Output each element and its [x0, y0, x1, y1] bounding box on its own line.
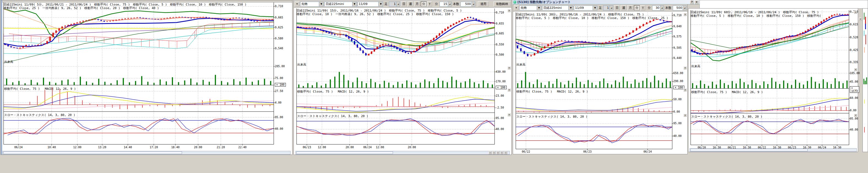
time-axis-label: 12:00: [376, 146, 384, 149]
axis-tick-label: 40.00: [275, 127, 283, 130]
weekly-button[interactable]: 週: [621, 5, 626, 10]
time-axis-label: 16:30: [833, 146, 841, 149]
time-axis-label: 13:20: [98, 146, 106, 149]
axis-tick-label: 27.50: [275, 89, 283, 92]
stoch-section-label: スロー・ストキャスティクス( 14, 3, 80, 20 ): [297, 114, 368, 118]
axis-tick-label: 9,520: [850, 36, 858, 39]
window-mini-button[interactable]: ▫: [500, 151, 503, 154]
chevron-down-icon[interactable]: ▼: [568, 6, 573, 10]
window-mini-button[interactable]: ▫: [492, 151, 496, 154]
weekly-button[interactable]: 週: [408, 1, 413, 7]
time-axis-label: 06/23: [788, 146, 796, 149]
tick-button[interactable]: T: [427, 1, 432, 7]
minute-button[interactable]: 分: [634, 5, 640, 10]
scroll-left-icon[interactable]: ◂: [683, 13, 686, 16]
monthly-button[interactable]: 月: [414, 1, 420, 7]
scroll-left-icon[interactable]: ◂: [507, 66, 510, 69]
window-mini-button[interactable]: ▫: [489, 151, 492, 154]
ashi-count-value: 1: [389, 2, 396, 6]
scroll-left-icon[interactable]: ◂: [507, 113, 510, 116]
chart-header-line2: 移動平均( Close, 5 ) 移動平均( Close, 10 ) 移動平均(…: [691, 14, 845, 18]
background-window-strip: [700, 0, 868, 8]
symbol-select[interactable]: 日経225mini ▼: [542, 5, 573, 10]
chevron-down-icon[interactable]: ▼: [378, 2, 383, 6]
scrollbar-thumb[interactable]: [296, 151, 393, 154]
scroll-left-icon[interactable]: ◂: [683, 114, 686, 117]
ashi-label: 足: [384, 2, 388, 6]
scrollbar-thumb[interactable]: [3, 151, 182, 154]
scroll-left-icon[interactable]: ◂: [854, 114, 857, 117]
scroll-left-icon[interactable]: ◂: [854, 11, 857, 14]
partial-chart-window: [863, 8, 868, 152]
bar-count-input[interactable]: 500 ◢: [673, 5, 686, 10]
spinner-icon[interactable]: ◢: [683, 6, 686, 10]
symbol-select[interactable]: 日経225mini ▼: [324, 2, 357, 7]
contract-select[interactable]: 11/09 ▼: [574, 5, 597, 10]
chart-canvas-area[interactable]: 9,7109,6559,6059,5509,500430.00170.0023.…: [294, 0, 512, 154]
window-titlebar[interactable]: [5130] 指数先物/オプションチャート ? ×: [513, 0, 700, 4]
chart-window-3: ▼ 先物 ▼ 日経225mini ▼ 11/09 ▼ 足 1 ◢ 日 週 月 分…: [513, 0, 688, 154]
axis-tick-label: 23.00: [496, 94, 504, 97]
scroll-left-icon[interactable]: ◂: [683, 88, 686, 91]
chart-canvas-area[interactable]: 9,7109,6659,6259,5809,540205.0075.0027.5…: [1, 0, 292, 154]
bar-count-input[interactable]: 500 ◢: [460, 2, 475, 7]
ashi-count-input[interactable]: 1 ◢: [603, 5, 613, 10]
minute-value-input[interactable]: 30 ◢: [652, 5, 664, 10]
horizontal-scrollbar[interactable]: [2, 151, 290, 154]
scroll-left-icon[interactable]: ◂: [854, 89, 857, 92]
daily-button[interactable]: 日: [614, 5, 620, 10]
chevron-down-icon[interactable]: ▼: [537, 6, 541, 10]
macd-section-label: 移動平均( Close, 75 ) MACD( 12, 26, 9 ): [691, 90, 763, 94]
time-axis-label: 06/24: [644, 150, 652, 153]
scroll-left-icon[interactable]: ◂: [507, 88, 510, 91]
tick-button[interactable]: T: [641, 5, 645, 10]
close-button[interactable]: ×: [694, 0, 699, 4]
axis-tick-label: 9,575: [673, 35, 682, 38]
chart-header-line2: 移動平均( Close, 25 ) 一目均衡表( 9, 26, 52 ) 移動平…: [4, 6, 274, 10]
scroll-left-icon[interactable]: ◂: [683, 66, 686, 69]
axis-tick-label: 650.00: [673, 71, 683, 75]
minute-value-input[interactable]: 15 ◢: [439, 2, 452, 7]
window-mini-button[interactable]: ▫: [496, 151, 500, 154]
spinner-icon[interactable]: ◢: [660, 6, 664, 10]
volume-multiplier-badge: × 100: [673, 86, 684, 89]
horizontal-scrollbar[interactable]: ▫ ▫ ▫ ▫ ▫: [296, 151, 510, 154]
bar-count-value: 500: [673, 6, 683, 10]
contract-select[interactable]: 11/09 ▼: [358, 2, 383, 7]
time-axis-label: 20:00: [346, 146, 354, 149]
market-select[interactable]: 先物 ▼: [300, 2, 323, 7]
time-axis-label: 17:20: [150, 146, 158, 149]
daily-button[interactable]: 日: [401, 1, 407, 7]
axis-tick-label: 9,615: [850, 23, 858, 26]
help-button[interactable]: ?: [690, 0, 694, 4]
multi-symbol-button[interactable]: 複数銘柄: [494, 1, 510, 7]
spinner-icon[interactable]: ◢: [471, 2, 475, 6]
menu-dropdown-button[interactable]: ▼: [294, 2, 299, 7]
chart-toolbar: ▼ 先物 ▼ 日経225mini ▼ 11/09 ▼ 足 1 ◢ 日 週 月 分…: [294, 1, 512, 8]
axis-tick-label: 95.00: [496, 117, 504, 120]
bar-count-value: 500: [461, 2, 471, 6]
scroll-left-icon[interactable]: ◂: [854, 68, 857, 71]
chart-canvas-area[interactable]: 9,7109,6159,5209,4259,335105.0045.0060.0…: [688, 8, 858, 152]
spinner-icon[interactable]: ◢: [610, 6, 613, 10]
time-axis-label: 06/22: [758, 146, 766, 149]
ashi-count-input[interactable]: 1 ◢: [389, 2, 400, 7]
menu-dropdown-button[interactable]: ▼: [514, 5, 519, 10]
minute-button[interactable]: 分: [421, 1, 427, 7]
axis-tick-label: 9,605: [496, 32, 504, 35]
apply-button[interactable]: 適用: [478, 1, 489, 7]
axis-tick-label: 40.00: [496, 127, 504, 131]
chart-canvas-area[interactable]: 9,7109,6409,5759,5059,440650.00290.0050.…: [513, 0, 687, 154]
spinner-icon[interactable]: ◢: [396, 2, 400, 6]
market-select[interactable]: 先物 ▼: [519, 5, 541, 10]
scrollbar-thumb[interactable]: [690, 149, 808, 151]
spinner-icon[interactable]: ◢: [448, 2, 451, 6]
chevron-down-icon[interactable]: ▼: [593, 6, 597, 10]
window-mini-button[interactable]: ▫: [504, 151, 507, 154]
chevron-down-icon[interactable]: ▼: [352, 2, 356, 6]
monthly-button[interactable]: 月: [627, 5, 633, 10]
scroll-left-icon[interactable]: ◂: [859, 18, 862, 21]
scroll-left-icon[interactable]: ◂: [507, 9, 510, 12]
time-axis-label: 06/24: [14, 146, 23, 149]
chevron-down-icon[interactable]: ▼: [319, 2, 323, 6]
